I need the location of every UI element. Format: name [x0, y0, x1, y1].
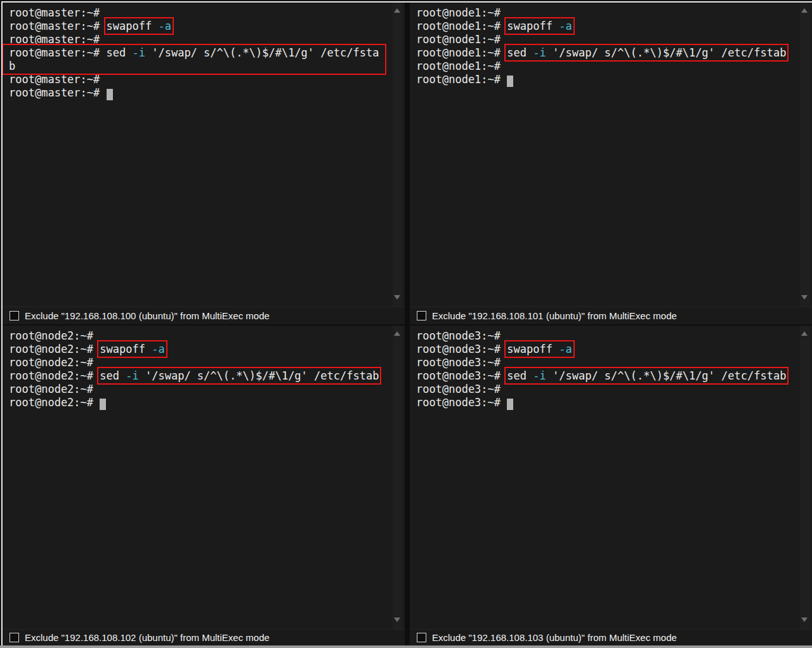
terminal-line: root@node1:~#	[416, 73, 799, 86]
terminal-text: root@node1:~#	[416, 20, 507, 32]
terminal-text: root@node2:~#	[9, 329, 93, 342]
scrollbar[interactable]	[393, 326, 402, 629]
terminal-line: root@node3:~#	[416, 383, 799, 396]
multiexec-window: root@master:~#root@master:~# swapoff -ar…	[0, 0, 812, 645]
terminal-line: root@node1:~# swapoff -a	[416, 20, 799, 33]
exclude-bar-node3: Exclude "192.168.108.103 (ubuntu)" from …	[410, 629, 812, 645]
highlight-box: swapoff -a	[107, 20, 171, 32]
scroll-down-icon[interactable]	[394, 618, 400, 622]
terminal-line: root@node3:~# sed -i '/swap/ s/^\(.*\)$/…	[416, 369, 799, 383]
exclude-checkbox[interactable]	[417, 633, 426, 642]
terminal-node1[interactable]: root@node1:~#root@node1:~# swapoff -aroo…	[410, 3, 812, 307]
scroll-down-icon[interactable]	[801, 295, 808, 300]
terminal-text: root@node3:~#	[416, 396, 507, 409]
terminal-text: -i	[126, 369, 138, 382]
terminal-line: root@node2:~#	[9, 356, 392, 369]
terminal-output: root@node2:~#root@node2:~# swapoff -aroo…	[9, 329, 392, 409]
terminal-text: root@node3:~#	[416, 343, 507, 355]
terminal-text: -a	[152, 343, 164, 355]
session-cell-node1: root@node1:~#root@node1:~# swapoff -aroo…	[410, 3, 812, 324]
terminal-text: swapoff	[507, 20, 559, 32]
terminal-cursor	[507, 399, 513, 410]
terminal-master[interactable]: root@master:~#root@master:~# swapoff -ar…	[3, 3, 405, 307]
scroll-up-icon[interactable]	[394, 331, 400, 336]
terminal-line: root@node3:~#	[416, 356, 799, 369]
terminal-line: root@node3:~#	[416, 396, 799, 409]
terminal-line: root@node1:~#	[416, 60, 799, 73]
terminal-line: root@node1:~# sed -i '/swap/ s/^\(.*\)$/…	[416, 46, 799, 60]
scrollbar[interactable]	[800, 326, 809, 629]
terminal-text: sed	[100, 369, 126, 382]
terminal-line: root@node2:~# sed -i '/swap/ s/^\(.*\)$/…	[9, 369, 392, 383]
terminal-text: root@node2:~#	[9, 369, 100, 382]
terminal-text: swapoff	[107, 20, 159, 32]
exclude-label: Exclude "192.168.108.102 (ubuntu)" from …	[25, 632, 270, 643]
terminal-text: -i	[533, 46, 546, 59]
terminal-line: root@node3:~#	[416, 329, 799, 343]
terminal-line: root@node1:~#	[416, 33, 799, 46]
terminal-grid: root@master:~#root@master:~# swapoff -ar…	[3, 3, 812, 645]
terminal-text: sed	[507, 46, 533, 59]
terminal-output: root@node3:~#root@node3:~# swapoff -aroo…	[416, 329, 799, 409]
terminal-text: root@master:~#	[9, 46, 107, 59]
terminal-text: sed	[507, 369, 533, 382]
exclude-bar-node2: Exclude "192.168.108.102 (ubuntu)" from …	[3, 629, 405, 645]
terminal-text: '/swap/ s/^\(.*\)$/#\1/g' /etc/fstab	[546, 46, 787, 59]
terminal-text: -a	[559, 343, 572, 355]
scroll-up-icon[interactable]	[801, 8, 808, 13]
terminal-text: root@master:~#	[9, 6, 100, 19]
scroll-down-icon[interactable]	[801, 618, 808, 622]
scrollbar[interactable]	[800, 3, 809, 307]
terminal-text: root@node3:~#	[416, 356, 501, 369]
scroll-up-icon[interactable]	[801, 331, 808, 336]
terminal-text: '/swap/ s/^\(.*\)$/#\1/g' /etc/fstab	[139, 369, 379, 382]
terminal-line: root@master:~# swapoff -a	[9, 20, 392, 33]
window-bottom-edge	[0, 645, 812, 648]
exclude-label: Exclude "192.168.108.100 (ubuntu)" from …	[25, 310, 270, 321]
exclude-label: Exclude "192.168.108.101 (ubuntu)" from …	[432, 310, 677, 321]
terminal-line: root@node2:~#	[9, 383, 392, 396]
terminal-line: root@node2:~# swapoff -a	[9, 343, 392, 356]
scroll-up-icon[interactable]	[394, 8, 400, 13]
terminal-text: root@node2:~#	[9, 343, 100, 355]
terminal-text: '/swap/ s/^\(.*\)$/#\1/g' /etc/fsta	[145, 46, 379, 59]
terminal-text: root@node2:~#	[9, 396, 100, 409]
terminal-output: root@node1:~#root@node1:~# swapoff -aroo…	[416, 6, 799, 86]
terminal-text: root@node2:~#	[9, 356, 93, 369]
terminal-text: root@node1:~#	[416, 73, 507, 86]
terminal-text: sed	[107, 46, 133, 59]
highlight-box: sed -i '/swap/ s/^\(.*\)$/#\1/g' /etc/fs…	[507, 369, 786, 382]
terminal-text: root@node3:~#	[416, 383, 501, 395]
terminal-text: root@master:~#	[9, 73, 100, 86]
exclude-checkbox[interactable]	[10, 311, 19, 321]
terminal-node2[interactable]: root@node2:~#root@node2:~# swapoff -aroo…	[3, 326, 405, 629]
terminal-line: root@master:~#	[9, 86, 392, 100]
terminal-line: root@master:~#	[9, 33, 392, 46]
highlight-box: swapoff -a	[100, 343, 164, 355]
terminal-text: root@node2:~#	[9, 383, 93, 395]
terminal-text: root@node1:~#	[416, 46, 507, 59]
terminal-node3[interactable]: root@node3:~#root@node3:~# swapoff -aroo…	[410, 326, 812, 629]
terminal-cursor	[507, 76, 513, 87]
terminal-text: -i	[132, 46, 145, 59]
terminal-cursor	[100, 399, 106, 410]
terminal-line: root@master:~# sed -i '/swap/ s/^\(.*\)$…	[9, 46, 392, 60]
terminal-text: root@node1:~#	[416, 6, 501, 19]
exclude-checkbox[interactable]	[10, 633, 19, 642]
terminal-text: root@master:~#	[9, 86, 107, 99]
highlight-box: sed -i '/swap/ s/^\(.*\)$/#\1/g' /etc/fs…	[507, 46, 786, 59]
terminal-line: root@node1:~#	[416, 6, 799, 20]
highlight-box: swapoff -a	[507, 343, 572, 355]
exclude-bar-node1: Exclude "192.168.108.101 (ubuntu)" from …	[410, 307, 812, 324]
exclude-checkbox[interactable]	[417, 311, 426, 321]
exclude-label: Exclude "192.168.108.103 (ubuntu)" from …	[432, 632, 677, 643]
scroll-down-icon[interactable]	[394, 295, 400, 300]
exclude-bar-master: Exclude "192.168.108.100 (ubuntu)" from …	[3, 307, 405, 324]
terminal-cursor	[107, 89, 113, 100]
terminal-text: '/swap/ s/^\(.*\)$/#\1/g' /etc/fstab	[546, 369, 787, 382]
session-cell-master: root@master:~#root@master:~# swapoff -ar…	[3, 3, 405, 324]
scrollbar[interactable]	[393, 3, 402, 307]
highlight-box: sed -i '/swap/ s/^\(.*\)$/#\1/g' /etc/fs…	[100, 369, 379, 382]
terminal-text: -a	[158, 20, 171, 32]
window-content: root@master:~#root@master:~# swapoff -ar…	[1, 1, 812, 645]
